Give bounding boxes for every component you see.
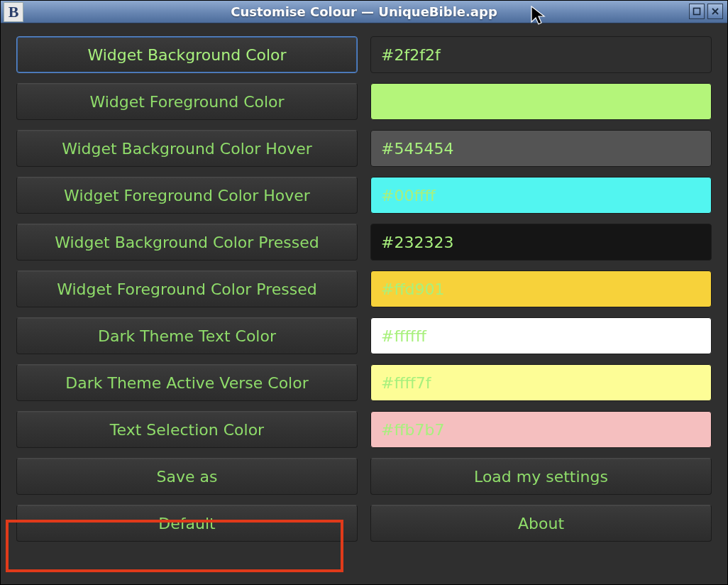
color-value-text: #ffffff (381, 327, 426, 345)
close-button[interactable] (707, 4, 723, 19)
app-window: B Customise Colour — UniqueBible.app Wid… (0, 0, 728, 585)
color-value-field-7[interactable]: #ffff7f (370, 364, 712, 401)
color-value-text: #00ffff (381, 187, 436, 204)
mouse-cursor-icon (530, 5, 548, 26)
app-icon: B (4, 2, 23, 22)
save-as-button[interactable]: Save as (16, 458, 358, 495)
default-button[interactable]: Default (16, 505, 358, 542)
color-label-button-8[interactable]: Text Selection Color (16, 411, 358, 448)
color-value-field-4[interactable]: #232323 (370, 224, 712, 261)
color-label-button-1[interactable]: Widget Foreground Color (16, 83, 358, 120)
color-value-field-5[interactable]: #ffd901 (370, 270, 712, 307)
color-value-field-1[interactable] (370, 83, 712, 120)
color-value-text: #ffff7f (381, 374, 431, 392)
content-area: Widget Background Color#2f2f2fWidget For… (1, 23, 727, 584)
color-label-button-5[interactable]: Widget Foreground Color Pressed (16, 270, 358, 307)
default-button-label: Default (158, 515, 215, 532)
color-value-text: #ffd901 (381, 280, 445, 298)
color-label-button-4[interactable]: Widget Background Color Pressed (16, 224, 358, 261)
app-icon-letter: B (9, 3, 19, 21)
about-button[interactable]: About (370, 505, 712, 542)
color-value-text: #ffb7b7 (381, 421, 445, 439)
svg-rect-0 (694, 9, 700, 15)
color-label-text: Widget Background Color Hover (62, 140, 312, 158)
color-label-button-7[interactable]: Dark Theme Active Verse Color (16, 364, 358, 401)
color-label-button-3[interactable]: Widget Foreground Color Hover (16, 177, 358, 214)
color-label-text: Widget Foreground Color Hover (64, 187, 310, 204)
color-label-text: Widget Background Color (87, 46, 286, 64)
color-label-text: Widget Background Color Pressed (55, 234, 319, 251)
color-value-field-6[interactable]: #ffffff (370, 317, 712, 354)
color-label-text: Dark Theme Active Verse Color (65, 374, 308, 392)
color-value-field-3[interactable]: #00ffff (370, 177, 712, 214)
color-value-field-0[interactable]: #2f2f2f (370, 36, 712, 73)
color-value-text: #2f2f2f (381, 46, 441, 64)
maximize-icon (693, 7, 701, 16)
color-value-text: #545454 (381, 140, 453, 158)
color-label-text: Widget Foreground Color (89, 93, 284, 111)
color-label-text: Dark Theme Text Color (98, 327, 276, 345)
about-button-label: About (518, 515, 564, 532)
window-title: Customise Colour — UniqueBible.app (1, 4, 727, 19)
color-label-text: Text Selection Color (110, 421, 264, 439)
color-label-button-6[interactable]: Dark Theme Text Color (16, 317, 358, 354)
color-label-button-0[interactable]: Widget Background Color (16, 36, 358, 73)
color-value-text: #232323 (381, 234, 453, 251)
load-settings-button-label: Load my settings (474, 468, 608, 486)
load-settings-button[interactable]: Load my settings (370, 458, 712, 495)
close-icon (711, 7, 719, 16)
window-controls (689, 4, 723, 19)
maximize-button[interactable] (689, 4, 705, 19)
titlebar: B Customise Colour — UniqueBible.app (1, 1, 727, 23)
color-value-field-8[interactable]: #ffb7b7 (370, 411, 712, 448)
save-as-button-label: Save as (157, 468, 218, 486)
color-label-text: Widget Foreground Color Pressed (57, 280, 317, 298)
color-label-button-2[interactable]: Widget Background Color Hover (16, 130, 358, 167)
color-value-field-2[interactable]: #545454 (370, 130, 712, 167)
